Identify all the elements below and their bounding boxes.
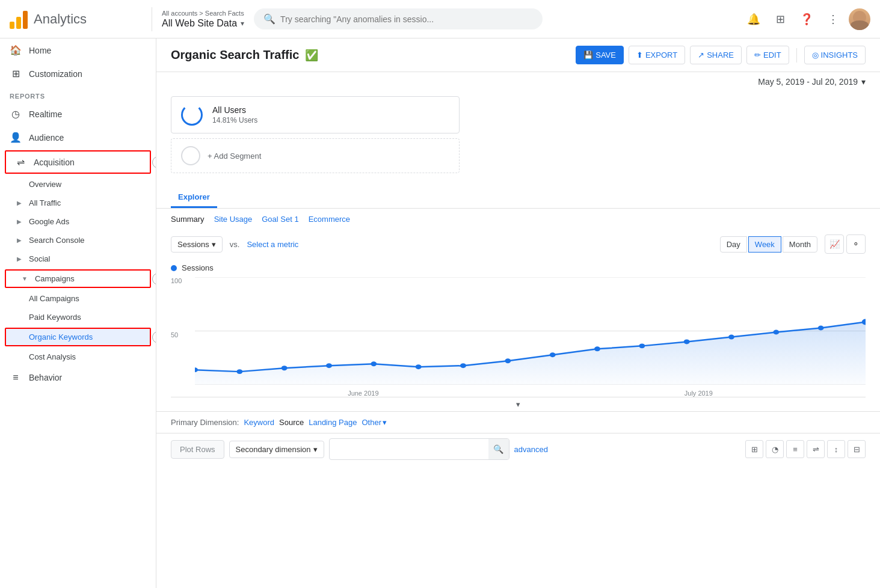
metric-dropdown-icon: ▾	[212, 240, 216, 249]
landing-page-link[interactable]: Landing Page	[309, 418, 357, 427]
other-dropdown[interactable]: Other ▾	[362, 418, 387, 427]
sidebar-expand-all-traffic[interactable]: ▶ All Traffic	[0, 194, 156, 212]
apps-grid-button[interactable]: ⊞	[769, 8, 791, 30]
source-link[interactable]: Source	[279, 418, 304, 427]
sidebar-sub-organic-keywords[interactable]: Organic Keywords 3	[5, 328, 151, 346]
share-label: SHARE	[707, 51, 734, 60]
header-search-input[interactable]	[280, 14, 533, 24]
sub-tabs: Summary Site Usage Goal Set 1 Ecommerce	[156, 209, 880, 230]
grid-view-button[interactable]: ⊞	[745, 440, 763, 458]
date-range-area: May 5, 2019 - Jul 20, 2019 ▾	[156, 72, 880, 87]
sidebar-item-customization[interactable]: ⊞ Customization	[0, 62, 156, 85]
secondary-dimension-selector[interactable]: Secondary dimension ▾	[229, 441, 324, 458]
chart-svg-area	[195, 277, 866, 385]
share-icon: ↗	[698, 51, 704, 60]
secondary-dim-dropdown-icon: ▾	[313, 445, 318, 454]
sidebar-item-audience[interactable]: 👤 Audience	[0, 126, 156, 149]
day-button[interactable]: Day	[720, 236, 747, 253]
help-button[interactable]: ❓	[796, 8, 817, 30]
export-button[interactable]: ⬆ EXPORT	[629, 46, 685, 64]
account-name: All Web Site Data	[162, 18, 237, 29]
tab-explorer[interactable]: Explorer	[171, 188, 217, 208]
select-metric-link[interactable]: Select a metric	[247, 240, 298, 249]
sidebar-item-home-label: Home	[29, 46, 51, 55]
share-button[interactable]: ↗ SHARE	[690, 46, 742, 64]
line-chart-button[interactable]: 📈	[825, 234, 844, 254]
sub-tab-goal-set[interactable]: Goal Set 1	[262, 215, 298, 224]
primary-dimension-bar: Primary Dimension: Keyword Source Landin…	[156, 411, 880, 433]
sub-tab-summary[interactable]: Summary	[171, 215, 205, 224]
top-header: Analytics All accounts > Search Facts Al…	[0, 0, 880, 38]
chart-svg	[195, 277, 866, 385]
sidebar-expand-google-ads[interactable]: ▶ Google Ads	[0, 212, 156, 231]
sidebar-item-acquisition-label: Acquisition	[34, 158, 75, 167]
edit-button[interactable]: ✏ EDIT	[746, 46, 789, 64]
lifetime-view-button[interactable]: ⊟	[848, 440, 866, 458]
sidebar-all-traffic-label: All Traffic	[29, 198, 61, 207]
month-button[interactable]: Month	[783, 236, 817, 253]
scroll-down-icon[interactable]: ▾	[516, 400, 520, 409]
add-segment-card[interactable]: + Add Segment	[171, 138, 460, 173]
secondary-dim-label: Secondary dimension	[236, 445, 311, 454]
header-search-bar[interactable]: 🔍	[254, 8, 543, 29]
metric-selector[interactable]: Sessions ▾	[171, 236, 223, 253]
sidebar-item-realtime[interactable]: ◷ Realtime	[0, 102, 156, 126]
sidebar-sub-cost-analysis[interactable]: Cost Analysis	[0, 348, 156, 366]
svg-point-5	[282, 366, 288, 370]
week-button[interactable]: Week	[748, 236, 781, 253]
all-users-segment-card: All Users 14.81% Users	[171, 96, 460, 133]
sidebar-sub-paid-keywords[interactable]: Paid Keywords	[0, 308, 156, 326]
account-selector[interactable]: All Web Site Data ▾	[162, 18, 244, 29]
table-search-input[interactable]	[330, 441, 488, 458]
comparison-view-button[interactable]: ⇌	[807, 440, 825, 458]
sidebar-item-realtime-label: Realtime	[29, 109, 62, 119]
expand-icon-campaigns: ▼	[22, 275, 28, 282]
save-button[interactable]: 💾 SAVE	[576, 46, 624, 64]
table-search-bar[interactable]: 🔍	[329, 438, 509, 460]
table-toolbar: Plot Rows Secondary dimension ▾ 🔍 advanc…	[156, 433, 880, 465]
plot-rows-button[interactable]: Plot Rows	[171, 440, 224, 459]
segment-spinner-icon	[181, 104, 203, 126]
sidebar-expand-campaigns[interactable]: ▼ Campaigns 2	[5, 269, 151, 288]
pivot-view-button[interactable]: ↕	[827, 440, 845, 458]
sub-tab-site-usage[interactable]: Site Usage	[214, 215, 253, 224]
y-axis-mid: 50	[171, 331, 195, 338]
table-search-button[interactable]: 🔍	[488, 439, 509, 459]
svg-point-6	[326, 363, 332, 368]
sidebar-item-behavior[interactable]: ≡ Behavior	[0, 366, 156, 389]
chart-controls: Sessions ▾ vs. Select a metric Day Week …	[156, 230, 880, 259]
insights-button[interactable]: ◎ INSIGHTS	[804, 46, 866, 64]
sub-tab-ecommerce[interactable]: Ecommerce	[309, 215, 350, 224]
keyword-link[interactable]: Keyword	[244, 418, 274, 427]
add-segment-circle-icon	[181, 146, 200, 165]
account-dropdown-arrow: ▾	[241, 19, 244, 28]
avatar[interactable]	[849, 8, 870, 30]
sidebar-expand-search-console[interactable]: ▶ Search Console	[0, 231, 156, 250]
export-label: EXPORT	[645, 51, 677, 60]
export-icon: ⬆	[636, 51, 643, 60]
scatter-chart-button[interactable]: ⚬	[846, 234, 866, 254]
sidebar-sub-all-campaigns[interactable]: All Campaigns	[0, 289, 156, 308]
pie-chart-button[interactable]: ◔	[766, 440, 784, 458]
behavior-icon: ≡	[10, 372, 22, 383]
svg-point-7	[371, 361, 377, 366]
notification-bell-button[interactable]: 🔔	[743, 8, 765, 30]
sidebar-social-label: Social	[29, 254, 50, 263]
x-label-july: July 2019	[685, 390, 713, 397]
more-options-button[interactable]: ⋮	[822, 8, 844, 30]
sidebar-sub-overview[interactable]: Overview	[0, 175, 156, 194]
performance-view-button[interactable]: ≡	[786, 440, 804, 458]
add-segment-label: + Add Segment	[208, 152, 261, 161]
logo-bar-3	[23, 11, 28, 29]
sidebar-campaigns-label: Campaigns	[35, 274, 75, 283]
advanced-link[interactable]: advanced	[514, 445, 548, 454]
sessions-legend-dot	[171, 265, 177, 271]
sidebar-expand-social[interactable]: ▶ Social	[0, 250, 156, 268]
sidebar: 🏠 Home ⊞ Customization REPORTS ◷ Realtim…	[0, 38, 156, 588]
svg-point-14	[684, 339, 690, 344]
time-period-buttons: Day Week Month	[720, 236, 817, 253]
view-buttons: ⊞ ◔ ≡ ⇌ ↕ ⊟	[745, 440, 866, 458]
sidebar-item-acquisition[interactable]: ⇌ Acquisition 1	[5, 150, 151, 174]
date-range-button[interactable]: May 5, 2019 - Jul 20, 2019 ▾	[758, 77, 866, 87]
sidebar-item-home[interactable]: 🏠 Home	[0, 38, 156, 62]
